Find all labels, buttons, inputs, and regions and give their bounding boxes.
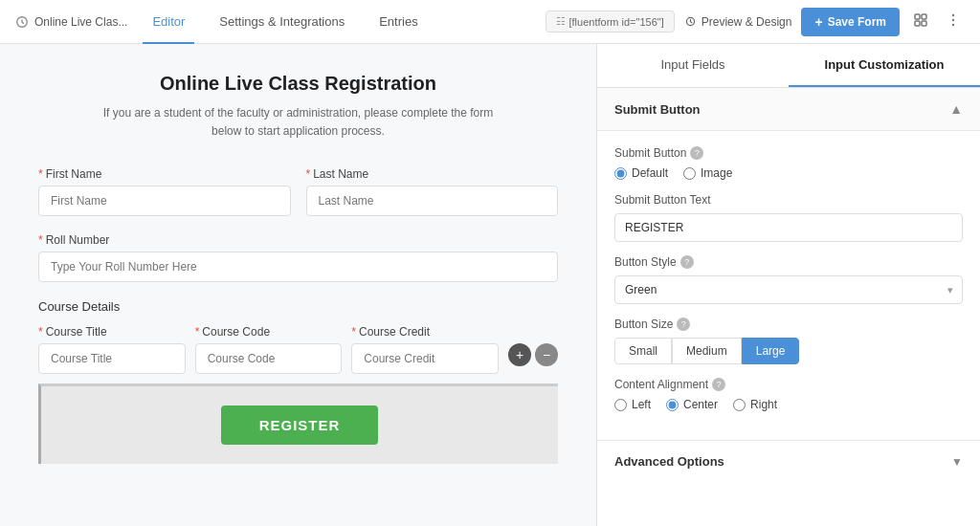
submit-type-info-icon[interactable]: ? xyxy=(690,146,703,160)
align-left-input[interactable] xyxy=(614,399,627,411)
align-right-input[interactable] xyxy=(733,399,746,411)
svg-rect-4 xyxy=(915,21,920,26)
button-size-row: Button Size ? Small Medium Large xyxy=(614,318,963,364)
submit-type-row: Submit Button ? Default Image xyxy=(614,146,963,180)
submit-button-section-header[interactable]: Submit Button ▲ xyxy=(597,88,980,131)
radio-image[interactable]: Image xyxy=(683,166,732,180)
button-size-info-icon[interactable]: ? xyxy=(677,318,690,331)
align-right[interactable]: Right xyxy=(733,398,777,411)
button-style-select-wrapper: Default Green Blue Red Orange xyxy=(614,275,963,304)
button-style-label: Button Style ? xyxy=(614,255,963,269)
submit-type-label: Submit Button ? xyxy=(614,146,963,160)
radio-image-input[interactable] xyxy=(683,167,696,180)
submit-text-row: Submit Button Text xyxy=(614,193,963,242)
last-name-label: * Last Name xyxy=(306,167,559,181)
tab-settings[interactable]: Settings & Integrations xyxy=(210,1,354,44)
editor-panel: Online Live Class Registration If you ar… xyxy=(0,44,597,526)
tab-input-customization[interactable]: Input Customization xyxy=(789,44,980,87)
advanced-section: Advanced Options ▼ xyxy=(597,440,980,482)
top-nav: Online Live Clas... Editor Settings & In… xyxy=(0,0,980,44)
form-title: Online Live Class Registration xyxy=(38,73,558,95)
first-name-label: * First Name xyxy=(38,167,291,181)
roll-number-group: * Roll Number xyxy=(38,233,558,282)
remove-course-button[interactable]: − xyxy=(535,343,558,366)
course-row: * Course Title * Course Code * Course xyxy=(38,325,558,374)
more-options-icon[interactable] xyxy=(942,9,965,34)
size-large-button[interactable]: Large xyxy=(742,338,800,364)
register-bar: REGISTER xyxy=(38,384,558,464)
name-row: * First Name * Last Name xyxy=(38,167,558,216)
button-style-row: Button Style ? Default Green Blue Red Or… xyxy=(614,255,963,304)
site-logo[interactable]: Online Live Clas... xyxy=(15,15,127,29)
last-name-group: * Last Name xyxy=(306,167,559,216)
svg-point-7 xyxy=(952,19,954,21)
alignment-label: Content Alignment ? xyxy=(614,378,963,391)
course-credit-label: * Course Credit xyxy=(351,325,499,339)
shortcode-badge[interactable]: ☷ [fluentform id="156"] xyxy=(546,11,675,33)
first-name-group: * First Name xyxy=(38,167,291,216)
radio-default-input[interactable] xyxy=(614,167,627,180)
first-name-required: * xyxy=(38,167,43,181)
alignment-info-icon[interactable]: ? xyxy=(712,378,725,391)
shortcode-text: [fluentform id="156"] xyxy=(569,16,664,28)
tab-editor[interactable]: Editor xyxy=(143,1,194,44)
nav-left: Online Live Clas... Editor Settings & In… xyxy=(15,0,542,43)
preview-button[interactable]: Preview & Design xyxy=(684,15,792,29)
size-small-button[interactable]: Small xyxy=(614,338,672,364)
roll-required: * xyxy=(38,233,43,247)
tab-entries[interactable]: Entries xyxy=(369,1,427,44)
align-center-input[interactable] xyxy=(666,399,679,411)
collapse-icon: ▲ xyxy=(949,101,963,117)
align-left[interactable]: Left xyxy=(614,398,651,411)
course-code-label: * Course Code xyxy=(195,325,343,339)
course-title-label: * Course Title xyxy=(38,325,186,339)
last-name-required: * xyxy=(306,167,311,181)
site-name: Online Live Clas... xyxy=(34,15,127,29)
course-title-group: * Course Title xyxy=(38,325,186,374)
preview-label: Preview & Design xyxy=(702,15,792,29)
course-section-label: Course Details xyxy=(38,299,558,314)
course-code-required: * xyxy=(195,325,200,339)
save-label: Save Form xyxy=(828,15,886,29)
align-center[interactable]: Center xyxy=(666,398,718,411)
svg-point-8 xyxy=(952,24,954,26)
first-name-input[interactable] xyxy=(38,186,291,216)
form-description: If you are a student of the faculty or a… xyxy=(98,104,500,141)
course-code-input[interactable] xyxy=(195,343,343,374)
advanced-title: Advanced Options xyxy=(614,454,724,469)
svg-rect-3 xyxy=(922,14,926,19)
save-form-button[interactable]: + Save Form xyxy=(801,8,900,36)
size-medium-button[interactable]: Medium xyxy=(672,338,742,364)
last-name-input[interactable] xyxy=(306,186,559,216)
course-title-required: * xyxy=(38,325,43,339)
submit-button-title: Submit Button xyxy=(614,102,701,117)
tab-input-fields[interactable]: Input Fields xyxy=(597,44,789,87)
svg-point-6 xyxy=(952,14,954,16)
course-details-section: Course Details * Course Title * Course C… xyxy=(38,299,558,374)
right-panel: Input Fields Input Customization Submit … xyxy=(597,44,980,526)
svg-rect-5 xyxy=(922,21,926,26)
expand-icon[interactable] xyxy=(909,9,932,34)
advanced-header[interactable]: Advanced Options ▼ xyxy=(597,441,980,482)
alignment-row: Content Alignment ? Left Center Right xyxy=(614,378,963,411)
radio-default[interactable]: Default xyxy=(614,166,668,180)
course-code-group: * Course Code xyxy=(195,325,343,374)
svg-rect-2 xyxy=(915,14,920,19)
size-group: Small Medium Large xyxy=(614,338,963,364)
course-title-input[interactable] xyxy=(38,343,186,374)
course-actions: + − xyxy=(508,343,558,374)
panel-tabs: Input Fields Input Customization xyxy=(597,44,980,88)
course-credit-group: * Course Credit xyxy=(351,325,499,374)
course-credit-input[interactable] xyxy=(351,343,499,374)
register-button[interactable]: REGISTER xyxy=(221,405,379,445)
button-style-select[interactable]: Default Green Blue Red Orange xyxy=(614,275,963,304)
button-size-label: Button Size ? xyxy=(614,318,963,331)
button-style-info-icon[interactable]: ? xyxy=(680,255,694,269)
add-course-button[interactable]: + xyxy=(508,343,531,366)
roll-number-input[interactable] xyxy=(38,252,558,282)
main-layout: Online Live Class Registration If you ar… xyxy=(0,44,980,526)
submit-type-radio-group: Default Image xyxy=(614,166,963,180)
submit-text-input[interactable] xyxy=(614,213,963,242)
nav-right: ☷ [fluentform id="156"] Preview & Design… xyxy=(546,8,966,36)
roll-number-label: * Roll Number xyxy=(38,233,558,247)
